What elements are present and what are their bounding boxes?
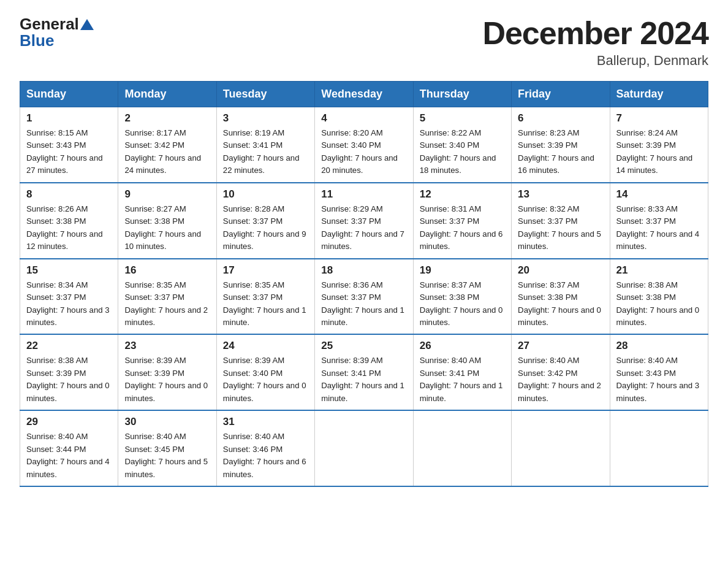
day-info: Sunrise: 8:20 AMSunset: 3:40 PMDaylight:…	[321, 127, 406, 177]
header-saturday: Saturday	[610, 82, 708, 107]
day-number: 9	[124, 188, 210, 201]
calendar-week-row: 1 Sunrise: 8:15 AMSunset: 3:43 PMDayligh…	[20, 107, 708, 183]
day-info: Sunrise: 8:29 AMSunset: 3:37 PMDaylight:…	[321, 203, 406, 253]
day-info: Sunrise: 8:38 AMSunset: 3:38 PMDaylight:…	[616, 279, 702, 329]
day-info: Sunrise: 8:40 AMSunset: 3:46 PMDaylight:…	[223, 431, 308, 481]
header-sunday: Sunday	[20, 82, 118, 107]
calendar-cell: 21 Sunrise: 8:38 AMSunset: 3:38 PMDaylig…	[610, 259, 708, 335]
calendar-week-row: 22 Sunrise: 8:38 AMSunset: 3:39 PMDaylig…	[20, 334, 708, 410]
day-number: 10	[223, 188, 308, 201]
logo-triangle-icon	[80, 19, 94, 30]
calendar-cell: 3 Sunrise: 8:19 AMSunset: 3:41 PMDayligh…	[216, 107, 314, 183]
calendar-cell: 14 Sunrise: 8:33 AMSunset: 3:37 PMDaylig…	[610, 183, 708, 259]
day-info: Sunrise: 8:39 AMSunset: 3:41 PMDaylight:…	[321, 354, 406, 405]
day-info: Sunrise: 8:22 AMSunset: 3:40 PMDaylight:…	[420, 127, 505, 177]
calendar-cell: 1 Sunrise: 8:15 AMSunset: 3:43 PMDayligh…	[20, 107, 118, 183]
calendar-cell: 7 Sunrise: 8:24 AMSunset: 3:39 PMDayligh…	[610, 107, 708, 183]
day-number: 8	[26, 188, 112, 201]
logo-blue-text: Blue	[20, 31, 54, 50]
day-info: Sunrise: 8:33 AMSunset: 3:37 PMDaylight:…	[616, 203, 702, 253]
day-number: 19	[420, 264, 505, 277]
day-info: Sunrise: 8:35 AMSunset: 3:37 PMDaylight:…	[124, 279, 210, 329]
day-info: Sunrise: 8:32 AMSunset: 3:37 PMDaylight:…	[518, 203, 603, 253]
day-number: 22	[26, 340, 112, 352]
day-number: 12	[420, 188, 505, 201]
calendar-table: SundayMondayTuesdayWednesdayThursdayFrid…	[20, 81, 708, 487]
calendar-cell: 31 Sunrise: 8:40 AMSunset: 3:46 PMDaylig…	[216, 410, 314, 486]
calendar-cell: 30 Sunrise: 8:40 AMSunset: 3:45 PMDaylig…	[118, 410, 216, 486]
calendar-cell	[512, 410, 610, 486]
day-number: 2	[124, 112, 210, 124]
calendar-cell: 25 Sunrise: 8:39 AMSunset: 3:41 PMDaylig…	[315, 334, 413, 410]
day-info: Sunrise: 8:39 AMSunset: 3:39 PMDaylight:…	[124, 354, 210, 405]
day-info: Sunrise: 8:37 AMSunset: 3:38 PMDaylight:…	[420, 279, 505, 329]
header-monday: Monday	[118, 82, 216, 107]
logo: General Blue	[20, 15, 95, 50]
calendar-cell	[315, 410, 413, 486]
calendar-cell: 28 Sunrise: 8:40 AMSunset: 3:43 PMDaylig…	[610, 334, 708, 410]
day-number: 5	[420, 112, 505, 124]
calendar-cell: 17 Sunrise: 8:35 AMSunset: 3:37 PMDaylig…	[216, 259, 314, 335]
day-number: 29	[26, 416, 112, 428]
day-info: Sunrise: 8:23 AMSunset: 3:39 PMDaylight:…	[518, 127, 603, 177]
day-info: Sunrise: 8:17 AMSunset: 3:42 PMDaylight:…	[124, 127, 210, 177]
day-info: Sunrise: 8:35 AMSunset: 3:37 PMDaylight:…	[223, 279, 308, 329]
calendar-week-row: 8 Sunrise: 8:26 AMSunset: 3:38 PMDayligh…	[20, 183, 708, 259]
calendar-week-row: 15 Sunrise: 8:34 AMSunset: 3:37 PMDaylig…	[20, 259, 708, 335]
day-number: 30	[124, 416, 210, 428]
day-info: Sunrise: 8:36 AMSunset: 3:37 PMDaylight:…	[321, 279, 406, 329]
calendar-cell: 4 Sunrise: 8:20 AMSunset: 3:40 PMDayligh…	[315, 107, 413, 183]
calendar-cell: 18 Sunrise: 8:36 AMSunset: 3:37 PMDaylig…	[315, 259, 413, 335]
day-number: 17	[223, 264, 308, 277]
day-number: 14	[616, 188, 702, 201]
day-info: Sunrise: 8:28 AMSunset: 3:37 PMDaylight:…	[223, 203, 308, 253]
day-number: 25	[321, 340, 406, 352]
calendar-cell: 20 Sunrise: 8:37 AMSunset: 3:38 PMDaylig…	[512, 259, 610, 335]
day-info: Sunrise: 8:37 AMSunset: 3:38 PMDaylight:…	[518, 279, 603, 329]
svg-marker-0	[80, 19, 94, 30]
day-info: Sunrise: 8:26 AMSunset: 3:38 PMDaylight:…	[26, 203, 112, 253]
calendar-cell: 10 Sunrise: 8:28 AMSunset: 3:37 PMDaylig…	[216, 183, 314, 259]
calendar-cell: 6 Sunrise: 8:23 AMSunset: 3:39 PMDayligh…	[512, 107, 610, 183]
day-number: 6	[518, 112, 603, 124]
day-number: 21	[616, 264, 702, 277]
day-info: Sunrise: 8:34 AMSunset: 3:37 PMDaylight:…	[26, 279, 112, 329]
day-number: 1	[26, 112, 112, 124]
calendar-cell: 29 Sunrise: 8:40 AMSunset: 3:44 PMDaylig…	[20, 410, 118, 486]
day-info: Sunrise: 8:40 AMSunset: 3:43 PMDaylight:…	[616, 354, 702, 405]
calendar-cell: 2 Sunrise: 8:17 AMSunset: 3:42 PMDayligh…	[118, 107, 216, 183]
calendar-cell: 26 Sunrise: 8:40 AMSunset: 3:41 PMDaylig…	[413, 334, 511, 410]
day-number: 4	[321, 112, 406, 124]
day-number: 31	[223, 416, 308, 428]
calendar-cell: 11 Sunrise: 8:29 AMSunset: 3:37 PMDaylig…	[315, 183, 413, 259]
calendar-cell: 15 Sunrise: 8:34 AMSunset: 3:37 PMDaylig…	[20, 259, 118, 335]
calendar-cell: 12 Sunrise: 8:31 AMSunset: 3:37 PMDaylig…	[413, 183, 511, 259]
day-info: Sunrise: 8:40 AMSunset: 3:41 PMDaylight:…	[420, 354, 505, 405]
calendar-cell	[610, 410, 708, 486]
calendar-cell: 24 Sunrise: 8:39 AMSunset: 3:40 PMDaylig…	[216, 334, 314, 410]
calendar-cell: 13 Sunrise: 8:32 AMSunset: 3:37 PMDaylig…	[512, 183, 610, 259]
header-friday: Friday	[512, 82, 610, 107]
day-info: Sunrise: 8:40 AMSunset: 3:45 PMDaylight:…	[124, 431, 210, 481]
header-thursday: Thursday	[413, 82, 511, 107]
day-number: 24	[223, 340, 308, 352]
day-number: 27	[518, 340, 603, 352]
calendar-cell: 9 Sunrise: 8:27 AMSunset: 3:38 PMDayligh…	[118, 183, 216, 259]
day-number: 11	[321, 188, 406, 201]
header-tuesday: Tuesday	[216, 82, 314, 107]
day-info: Sunrise: 8:39 AMSunset: 3:40 PMDaylight:…	[223, 354, 308, 405]
day-info: Sunrise: 8:24 AMSunset: 3:39 PMDaylight:…	[616, 127, 702, 177]
calendar-cell: 23 Sunrise: 8:39 AMSunset: 3:39 PMDaylig…	[118, 334, 216, 410]
calendar-week-row: 29 Sunrise: 8:40 AMSunset: 3:44 PMDaylig…	[20, 410, 708, 486]
day-number: 18	[321, 264, 406, 277]
calendar-cell: 22 Sunrise: 8:38 AMSunset: 3:39 PMDaylig…	[20, 334, 118, 410]
calendar-cell: 5 Sunrise: 8:22 AMSunset: 3:40 PMDayligh…	[413, 107, 511, 183]
day-info: Sunrise: 8:40 AMSunset: 3:44 PMDaylight:…	[26, 431, 112, 481]
day-number: 15	[26, 264, 112, 277]
day-info: Sunrise: 8:31 AMSunset: 3:37 PMDaylight:…	[420, 203, 505, 253]
day-info: Sunrise: 8:27 AMSunset: 3:38 PMDaylight:…	[124, 203, 210, 253]
day-info: Sunrise: 8:15 AMSunset: 3:43 PMDaylight:…	[26, 127, 112, 177]
header-wednesday: Wednesday	[315, 82, 413, 107]
day-number: 26	[420, 340, 505, 352]
day-number: 13	[518, 188, 603, 201]
